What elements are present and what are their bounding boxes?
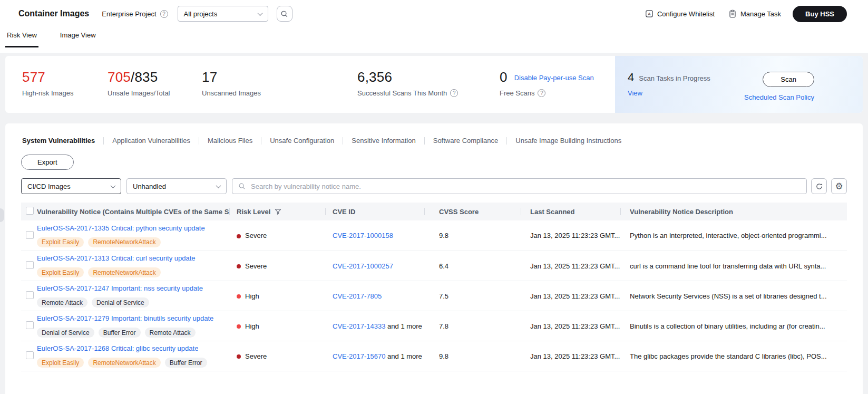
free-scans-label-text: Free Scans bbox=[500, 89, 534, 97]
stats-group: 577 High-risk Images 705/835 Unsafe Imag… bbox=[5, 56, 615, 113]
row-checkbox[interactable] bbox=[26, 321, 34, 329]
last-scanned-cell: Jan 13, 2025 11:23:23 GMT... bbox=[521, 352, 620, 360]
cve-link[interactable]: CVE-2017-15670 bbox=[333, 352, 385, 360]
table-row[interactable]: EulerOS-SA-2017-1247 Important: nss secu… bbox=[21, 281, 847, 311]
row-checkbox[interactable] bbox=[26, 291, 34, 299]
vulnerability-table: Vulnerability Notice (Contains Multiple … bbox=[21, 203, 847, 371]
cve-more-text: and 1 more bbox=[385, 322, 422, 330]
scan-tasks-row: 4 Scan Tasks in Progress bbox=[628, 72, 710, 83]
vulnerability-notice-link[interactable]: EulerOS-SA-2017-1279 Important: binutils… bbox=[37, 314, 213, 322]
unscanned-count: 17 bbox=[202, 70, 357, 84]
risk-dot-icon bbox=[237, 294, 241, 299]
disable-pay-per-use-link[interactable]: Disable Pay-per-use Scan bbox=[514, 74, 594, 82]
handle-status-select[interactable]: Unhandled bbox=[126, 178, 227, 194]
free-scans-count: 0 bbox=[500, 70, 508, 84]
successful-scans-label-text: Successful Scans This Month bbox=[357, 89, 447, 97]
cve-more-text: and 1 more bbox=[385, 352, 422, 360]
tab-system-vulnerabilities[interactable]: System Vulnerabilities bbox=[21, 137, 103, 145]
tag-list: Exploit EasilyRemoteNetworkAttack bbox=[37, 237, 229, 247]
vulnerability-notice-link[interactable]: EulerOS-SA-2017-1335 Critical: python se… bbox=[37, 224, 205, 232]
vulnerability-notice-link[interactable]: EulerOS-SA-2017-1268 Critical: glibc sec… bbox=[37, 344, 198, 352]
cvss-score-cell: 7.5 bbox=[424, 292, 521, 300]
row-checkbox[interactable] bbox=[26, 261, 34, 269]
notice-cell: EulerOS-SA-2017-1247 Important: nss secu… bbox=[37, 284, 229, 307]
column-header-risk-level-text: Risk Level bbox=[237, 208, 270, 216]
help-icon[interactable] bbox=[450, 89, 458, 97]
table-row[interactable]: EulerOS-SA-2017-1279 Important: binutils… bbox=[21, 311, 847, 341]
tab-application-vulnerabilities[interactable]: Application Vulnerabilities bbox=[104, 137, 199, 145]
header-checkbox-cell bbox=[21, 207, 37, 216]
vulnerability-notice-link[interactable]: EulerOS-SA-2017-1247 Important: nss secu… bbox=[37, 284, 203, 292]
risk-level-cell: High bbox=[229, 292, 325, 300]
view-tabs: Risk View Image View bbox=[0, 24, 868, 47]
tab-malicious-files[interactable]: Malicious Files bbox=[199, 137, 261, 145]
chevron-down-icon bbox=[257, 11, 262, 16]
tab-sensitive-information[interactable]: Sensitive Information bbox=[343, 137, 424, 145]
last-scanned-cell: Jan 13, 2025 11:23:23 GMT... bbox=[521, 232, 620, 239]
tab-unsafe-image-building-instructions[interactable]: Unsafe Image Building Instructions bbox=[507, 137, 630, 145]
row-checkbox-cell bbox=[21, 351, 37, 361]
select-all-checkbox[interactable] bbox=[26, 207, 34, 215]
unsafe-value: 705 bbox=[108, 69, 131, 85]
filter-funnel-icon[interactable] bbox=[275, 208, 281, 215]
column-header-risk-level: Risk Level bbox=[229, 203, 325, 220]
cvss-score-cell: 9.8 bbox=[424, 232, 521, 239]
row-checkbox[interactable] bbox=[26, 231, 34, 239]
cve-link[interactable]: CVE-2017-7805 bbox=[333, 292, 382, 300]
cvss-score-cell: 7.8 bbox=[424, 322, 521, 330]
column-header-cvss-score-text: CVSS Score bbox=[439, 208, 479, 216]
cve-link[interactable]: CVE-2017-1000158 bbox=[333, 232, 393, 239]
column-header-last-scanned: Last Scanned bbox=[521, 203, 620, 220]
project-select[interactable]: All projects bbox=[178, 6, 268, 22]
risk-level-text: Severe bbox=[245, 352, 267, 360]
vulnerability-tag: Exploit Easily bbox=[37, 358, 84, 368]
cve-id-cell: CVE-2017-14333 and 1 more bbox=[325, 322, 424, 330]
tab-risk-view[interactable]: Risk View bbox=[5, 24, 38, 47]
table-row[interactable]: EulerOS-SA-2017-1335 Critical: python se… bbox=[21, 220, 847, 251]
image-scope-select[interactable]: CI/CD Images bbox=[21, 178, 121, 194]
search-icon bbox=[280, 10, 288, 18]
cve-link[interactable]: CVE-2017-1000257 bbox=[333, 262, 393, 270]
tag-list: Exploit EasilyRemoteNetworkAttack bbox=[37, 267, 229, 277]
manage-task-button[interactable]: Manage Task bbox=[728, 9, 781, 18]
search-button[interactable] bbox=[277, 6, 292, 22]
table-row[interactable]: EulerOS-SA-2017-1268 Critical: glibc sec… bbox=[21, 341, 847, 371]
description-cell: Python is an interpreted, interactive, o… bbox=[620, 232, 847, 239]
unscanned-label: Unscanned Images bbox=[202, 89, 357, 97]
scheduled-scan-policy-link[interactable]: Scheduled Scan Policy bbox=[744, 93, 814, 101]
vulnerability-tag: Remote Attack bbox=[145, 328, 196, 338]
column-header-description-text: Vulnerability Notice Description bbox=[630, 208, 733, 216]
configure-whitelist-button[interactable]: A Configure Whitelist bbox=[645, 9, 715, 18]
refresh-button[interactable] bbox=[811, 178, 827, 194]
category-tabs: System Vulnerabilities Application Vulne… bbox=[21, 137, 847, 145]
vulnerability-tag: RemoteNetworkAttack bbox=[88, 358, 160, 368]
risk-dot-icon bbox=[237, 234, 241, 238]
vulnerability-notice-link[interactable]: EulerOS-SA-2017-1313 Critical: curl secu… bbox=[37, 254, 196, 262]
chevron-down-icon bbox=[111, 183, 116, 188]
tab-software-compliance[interactable]: Software Compliance bbox=[425, 137, 507, 145]
row-checkbox-cell bbox=[21, 261, 37, 271]
scan-button[interactable]: Scan bbox=[763, 72, 814, 87]
tab-unsafe-configuration[interactable]: Unsafe Configuration bbox=[261, 137, 343, 145]
buy-hss-button[interactable]: Buy HSS bbox=[793, 6, 847, 22]
column-settings-button[interactable] bbox=[831, 178, 847, 194]
cve-id-cell: CVE-2017-1000257 bbox=[325, 262, 424, 270]
view-link[interactable]: View bbox=[628, 89, 642, 97]
help-icon[interactable] bbox=[538, 89, 545, 97]
row-checkbox-cell bbox=[21, 231, 37, 241]
row-checkbox-cell bbox=[21, 321, 37, 331]
description-cell: Network Security Services (NSS) is a set… bbox=[620, 292, 847, 300]
export-button[interactable]: Export bbox=[21, 155, 74, 170]
collapsed-panel-handle[interactable] bbox=[0, 208, 4, 222]
row-checkbox[interactable] bbox=[26, 351, 34, 359]
unsafe-count: 705/835 bbox=[108, 70, 202, 84]
risk-dot-icon bbox=[237, 264, 241, 268]
image-scope-value: CI/CD Images bbox=[27, 182, 71, 190]
cve-link[interactable]: CVE-2017-14333 bbox=[333, 322, 385, 330]
tab-image-view[interactable]: Image View bbox=[58, 24, 97, 47]
table-row[interactable]: EulerOS-SA-2017-1313 Critical: curl secu… bbox=[21, 251, 847, 281]
search-input[interactable] bbox=[250, 182, 801, 191]
scan-tasks-panel: 4 Scan Tasks in Progress View Scan Sched… bbox=[615, 56, 863, 113]
help-icon[interactable] bbox=[160, 10, 168, 18]
vulnerability-tag: RemoteNetworkAttack bbox=[88, 267, 160, 277]
